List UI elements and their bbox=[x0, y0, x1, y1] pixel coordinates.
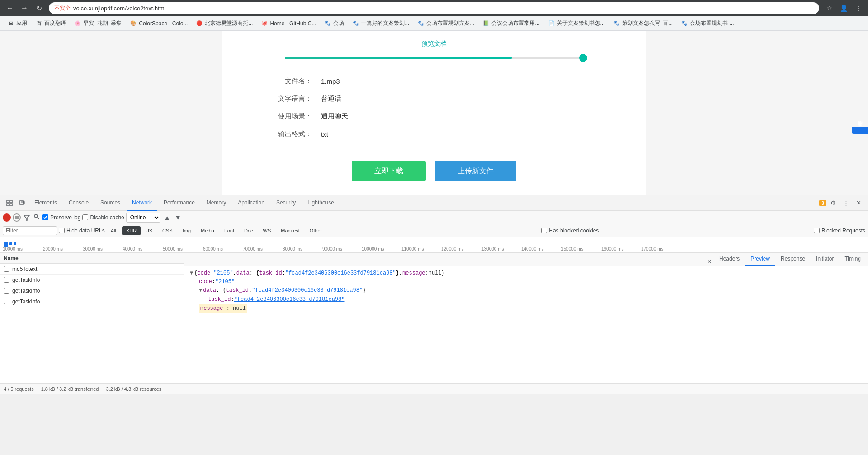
filter-manifest-btn[interactable]: Manifest bbox=[277, 226, 304, 235]
more-button[interactable]: ⋮ bbox=[852, 2, 864, 14]
profile-button[interactable]: 👤 bbox=[837, 2, 850, 14]
address-bar[interactable]: 不安全 voice.xunjiepdf.com/voice2text.html bbox=[49, 2, 819, 14]
device-icon[interactable] bbox=[16, 197, 28, 209]
preserve-log-checkbox[interactable]: Preserve log bbox=[42, 214, 80, 221]
disable-cache-input[interactable] bbox=[82, 214, 88, 220]
bookmark-apps[interactable]: ⊞ 应用 bbox=[4, 18, 31, 29]
beijing-icon: 🔴 bbox=[196, 20, 203, 27]
filter-doc-btn[interactable]: Doc bbox=[240, 226, 257, 235]
data-expand[interactable]: ▼ bbox=[199, 286, 202, 295]
preview-link[interactable]: 预览文档 bbox=[240, 40, 628, 48]
has-blocked-cookies-input[interactable] bbox=[541, 228, 547, 233]
root-expand[interactable]: ▼ bbox=[190, 269, 193, 278]
bookmark-morning[interactable]: 🌸 早安_花期_采集 bbox=[71, 18, 125, 29]
star-button[interactable]: ☆ bbox=[823, 2, 835, 14]
import-btn[interactable]: ▲ bbox=[162, 213, 172, 223]
filter-js-btn[interactable]: JS bbox=[142, 226, 156, 235]
filter-input[interactable] bbox=[3, 226, 57, 235]
tab-performance[interactable]: Performance bbox=[158, 195, 200, 211]
detail-tab-preview[interactable]: Preview bbox=[745, 253, 775, 266]
side-widget[interactable]: 在线客服 bbox=[852, 127, 868, 134]
filter-icon-btn[interactable] bbox=[23, 213, 31, 222]
inspect-icon[interactable] bbox=[4, 197, 15, 209]
bookmark-github[interactable]: 🐙 Home - GitHub C... bbox=[257, 18, 320, 29]
filter-css-btn[interactable]: CSS bbox=[158, 226, 177, 235]
bookmark-plan[interactable]: 🐾 会场布置规划方案... bbox=[414, 18, 478, 29]
list-item[interactable]: md5Totext bbox=[0, 264, 184, 275]
timeline-labels: 10000 ms 20000 ms 30000 ms 40000 ms 5000… bbox=[0, 237, 868, 252]
bookmark-meeting[interactable]: 📗 会议会场布置常用... bbox=[479, 18, 543, 29]
tab-application[interactable]: Application bbox=[232, 195, 270, 211]
blocked-requests-input[interactable] bbox=[814, 228, 820, 233]
preserve-log-input[interactable] bbox=[42, 214, 48, 220]
copy-icon: 🐾 bbox=[352, 20, 359, 27]
detail-tab-response[interactable]: Response bbox=[775, 253, 811, 266]
tab-memory[interactable]: Memory bbox=[201, 195, 231, 211]
data-colon: : { bbox=[216, 286, 226, 295]
progress-track[interactable] bbox=[285, 57, 583, 59]
has-blocked-cookies-checkbox[interactable]: Has blocked cookies bbox=[541, 228, 599, 234]
tab-sources[interactable]: Sources bbox=[95, 195, 126, 211]
tab-elements[interactable]: Elements bbox=[29, 195, 62, 211]
plan2-icon: 🐾 bbox=[613, 20, 620, 27]
tab-network[interactable]: Network bbox=[127, 195, 157, 211]
download-button[interactable]: 立即下载 bbox=[352, 161, 426, 181]
disable-cache-checkbox[interactable]: Disable cache bbox=[82, 214, 124, 221]
tab-lighthouse[interactable]: Lighthouse bbox=[302, 195, 340, 211]
tab-console[interactable]: Console bbox=[63, 195, 94, 211]
bookmark-plan2[interactable]: 🐾 策划文案怎么写_百... bbox=[609, 18, 677, 29]
devtools-close-btn[interactable]: ✕ bbox=[853, 197, 864, 209]
list-item[interactable]: getTaskInfo bbox=[0, 296, 184, 307]
search-button[interactable] bbox=[33, 213, 41, 222]
baidu-icon: 百 bbox=[35, 20, 42, 27]
blocked-requests-checkbox[interactable]: Blocked Requests bbox=[814, 228, 865, 234]
hide-data-urls-input[interactable] bbox=[59, 228, 65, 233]
bookmark-beijing[interactable]: 🔴 北京德易堂源商托... bbox=[192, 18, 256, 29]
detail-close-btn[interactable]: × bbox=[705, 257, 714, 266]
reload-button[interactable]: ↻ bbox=[33, 2, 45, 14]
upload-button[interactable]: 上传新文件 bbox=[435, 161, 516, 181]
row-checkbox-4[interactable] bbox=[4, 299, 9, 304]
forward-button[interactable]: → bbox=[18, 2, 31, 14]
bookmark-about[interactable]: 📄 关于文案策划书怎... bbox=[544, 18, 609, 29]
bookmark-copy[interactable]: 🐾 一篇好的文案策划... bbox=[349, 18, 413, 29]
root-message-val: null bbox=[429, 269, 442, 278]
tick-80000: 80000 ms bbox=[283, 246, 302, 252]
detail-tab-initiator[interactable]: Initiator bbox=[811, 253, 839, 266]
progress-thumb[interactable] bbox=[579, 54, 587, 62]
filename-label: 文件名： bbox=[267, 77, 312, 85]
throttle-select[interactable]: Online Slow 3G Fast 3G Offline bbox=[126, 213, 160, 223]
bookmark-venue2[interactable]: 🐾 会场布置规划书 ... bbox=[677, 18, 737, 29]
clear-log-button[interactable] bbox=[13, 213, 21, 222]
detail-tab-timing[interactable]: Timing bbox=[839, 253, 866, 266]
filter-img-btn[interactable]: Img bbox=[179, 226, 195, 235]
bookmark-colorspace[interactable]: 🎨 ColorSpace - Colo... bbox=[126, 18, 191, 29]
row-checkbox-2[interactable] bbox=[4, 277, 9, 283]
filter-font-btn[interactable]: Font bbox=[220, 226, 238, 235]
detail-tab-headers[interactable]: Headers bbox=[714, 253, 745, 266]
devtools-more-btn[interactable]: ⋮ bbox=[840, 197, 852, 209]
list-item[interactable]: getTaskInfo bbox=[0, 285, 184, 296]
list-item[interactable]: getTaskInfo bbox=[0, 275, 184, 285]
progress-container[interactable] bbox=[285, 53, 583, 62]
filter-xhr-btn[interactable]: XHR bbox=[122, 226, 141, 235]
filter-all-btn[interactable]: All bbox=[107, 226, 120, 235]
bookmark-venue[interactable]: 🐾 会场 bbox=[321, 18, 348, 29]
data-taskid-key: task_id bbox=[226, 286, 249, 295]
export-btn[interactable]: ▼ bbox=[173, 213, 183, 223]
svg-rect-2 bbox=[7, 204, 9, 206]
request-name-3: getTaskInfo bbox=[12, 288, 40, 294]
devtools-settings-btn[interactable]: ⚙ bbox=[827, 197, 839, 209]
taskid-value[interactable]: "fcad4f2e3406300c16e33fd79181ea98" bbox=[234, 295, 345, 304]
filter-other-btn[interactable]: Other bbox=[306, 226, 326, 235]
record-button[interactable] bbox=[3, 213, 11, 222]
scene-label: 使用场景： bbox=[267, 112, 312, 121]
filter-ws-btn[interactable]: WS bbox=[259, 226, 275, 235]
back-button[interactable]: ← bbox=[4, 2, 16, 14]
row-checkbox-1[interactable] bbox=[4, 266, 9, 272]
tab-security[interactable]: Security bbox=[271, 195, 301, 211]
hide-data-urls-checkbox[interactable]: Hide data URLs bbox=[59, 228, 105, 234]
row-checkbox-3[interactable] bbox=[4, 288, 9, 294]
filter-media-btn[interactable]: Media bbox=[197, 226, 218, 235]
bookmark-baidu[interactable]: 百 百度翻译 bbox=[32, 18, 70, 29]
